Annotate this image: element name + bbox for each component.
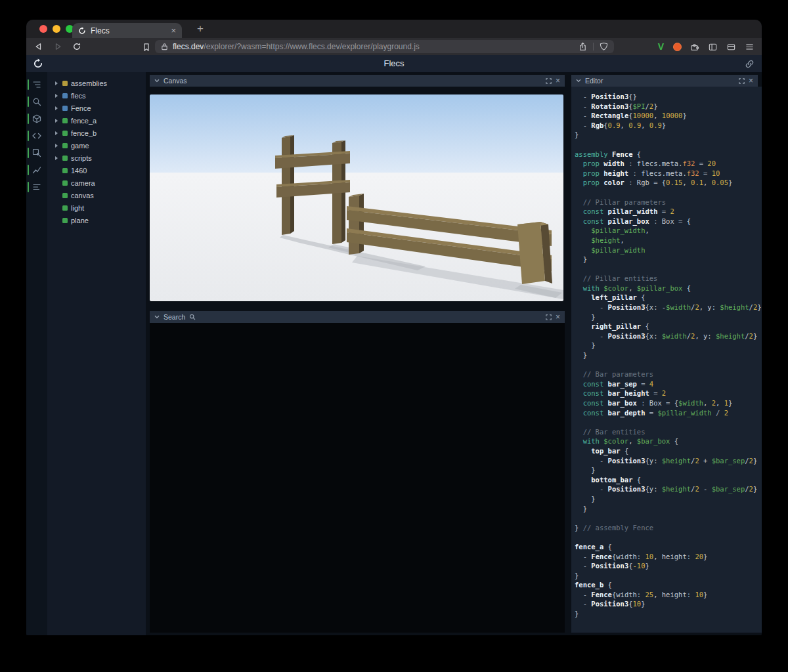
entity-label: assemblies (71, 79, 107, 87)
wallet-icon[interactable] (726, 41, 737, 52)
sky (150, 94, 563, 173)
code-line: top_bar { (575, 446, 762, 456)
code-line: } (575, 341, 762, 350)
canvas-panel-title: Canvas (164, 77, 187, 85)
left-icon-sidebar (26, 72, 47, 635)
code-area[interactable]: - Position3{} - Rotation3{$PI/2} - Recta… (575, 92, 762, 619)
code-line: prop height : flecs.meta.f32 = 10 (575, 169, 762, 178)
fence-scene (150, 94, 563, 301)
entity-kind-swatch (62, 93, 68, 98)
expand-chevron-icon[interactable] (55, 144, 58, 148)
entity-kind-swatch (62, 205, 68, 211)
sidebar-code-button[interactable] (26, 127, 47, 144)
back-button[interactable] (33, 41, 44, 52)
tree-item-camera[interactable]: camera (47, 177, 146, 189)
editor-panel-header[interactable]: Editor × (571, 75, 758, 87)
code-line: $height, (575, 236, 762, 245)
expand-panel-icon[interactable] (546, 314, 552, 320)
extension-v-icon[interactable]: V (656, 41, 666, 52)
entity-kind-swatch (62, 106, 68, 111)
tree-item-game[interactable]: game (47, 139, 146, 152)
tree-item-assemblies[interactable]: assemblies (47, 77, 146, 89)
search-panel-title: Search (164, 313, 185, 321)
address-bar[interactable]: flecs.dev/explorer/?wasm=https://www.fle… (155, 40, 614, 53)
bookmark-sidebar-icon[interactable] (141, 41, 152, 52)
code-line: const bar_depth = $pillar_width / 2 (575, 408, 762, 418)
code-line: } (575, 255, 762, 264)
close-panel-icon[interactable]: × (556, 77, 560, 85)
expand-chevron-icon[interactable] (55, 131, 58, 135)
code-line: } (575, 465, 762, 475)
window-controls (39, 25, 74, 33)
new-tab-button[interactable]: + (193, 22, 208, 36)
code-line (575, 532, 762, 542)
tree-item-canvas[interactable]: canvas (47, 189, 146, 201)
tree-item-fence_b[interactable]: fence_b (47, 127, 146, 139)
search-panel-header[interactable]: Search × (150, 311, 565, 323)
entity-kind-swatch (62, 143, 68, 148)
extensions-puzzle-icon[interactable] (689, 41, 700, 52)
tree-chevron-slot (53, 119, 59, 123)
search-panel-body[interactable] (150, 323, 565, 633)
code-line: with $color, $pillar_box { (575, 284, 762, 293)
tree-item-plane[interactable]: plane (47, 214, 146, 226)
expand-chevron-icon[interactable] (55, 106, 58, 110)
sidebar-entity-tree-button[interactable] (26, 76, 47, 93)
code-line: - Rgb{0.9, 0.9, 0.9} (575, 121, 762, 131)
tree-item-scripts[interactable]: scripts (47, 152, 146, 164)
code-line: $pillar_width, (575, 226, 762, 236)
tree-item-1460[interactable]: 1460 (47, 164, 146, 177)
expand-chevron-icon[interactable] (55, 94, 58, 98)
close-window-button[interactable] (39, 25, 47, 33)
code-line: const bar_box : Box = {$width, 2, 1} (575, 398, 762, 408)
brave-shield-icon[interactable] (600, 42, 608, 51)
extension-orange-icon[interactable] (673, 43, 682, 51)
script-editor[interactable]: - Position3{} - Rotation3{$PI/2} - Recta… (571, 87, 762, 633)
chevron-down-icon[interactable] (154, 79, 160, 83)
close-panel-icon[interactable]: × (556, 313, 560, 321)
tree-chevron-slot (53, 81, 59, 85)
tree-item-fence_a[interactable]: fence_a (47, 114, 146, 127)
minimize-window-button[interactable] (53, 25, 60, 33)
expand-panel-icon[interactable] (739, 78, 745, 84)
expand-chevron-icon[interactable] (55, 156, 58, 160)
chevron-down-icon[interactable] (154, 315, 160, 319)
tab-close-icon[interactable]: × (171, 26, 176, 35)
expand-chevron-icon[interactable] (55, 119, 58, 123)
url-path: /explorer/?wasm=https://www.flecs.dev/ex… (204, 42, 419, 51)
forward-button[interactable] (52, 41, 63, 52)
expand-chevron-icon[interactable] (55, 81, 58, 85)
sidebar-inspect-button[interactable] (26, 144, 47, 161)
reload-button[interactable] (71, 41, 82, 52)
canvas-3d-viewport[interactable] (150, 94, 563, 301)
menu-hamburger-icon[interactable] (744, 41, 755, 52)
sidebar-statistics-button[interactable] (26, 178, 47, 196)
code-line: - Position3{x: -$width/2, y: $height/2} (575, 303, 762, 312)
expand-panel-icon[interactable] (546, 78, 552, 84)
sidebar-chart-button[interactable] (26, 161, 47, 178)
entity-label: fence_b (71, 129, 97, 137)
code-line: - Position3{10} (575, 599, 762, 609)
code-line: // Pillar parameters (575, 198, 762, 207)
entity-label: light (71, 204, 84, 212)
close-panel-icon[interactable]: × (749, 77, 753, 85)
sidebar-entities-cube-button[interactable] (26, 110, 47, 127)
tree-item-light[interactable]: light (47, 201, 146, 214)
code-line: // Bar parameters (575, 369, 762, 379)
chevron-down-icon[interactable] (576, 79, 581, 83)
sidebar-search-button[interactable] (26, 93, 47, 110)
tree-chevron-slot (53, 144, 59, 148)
entity-label: game (71, 142, 89, 150)
browser-tab-flecs[interactable]: Flecs × (72, 23, 182, 38)
entity-label: fence_a (71, 117, 97, 125)
canvas-panel-header[interactable]: Canvas × (150, 75, 565, 87)
tree-item-flecs[interactable]: flecs (47, 89, 146, 102)
code-line: const bar_sep = 4 (575, 379, 762, 389)
share-icon[interactable] (579, 42, 587, 51)
entity-kind-swatch (62, 131, 68, 136)
code-line: } (575, 350, 762, 360)
tree-item-Fence[interactable]: Fence (47, 102, 146, 114)
sidebar-toggle-icon[interactable] (707, 41, 718, 52)
share-link-icon[interactable] (745, 59, 755, 69)
tree-chevron-slot (53, 106, 59, 110)
